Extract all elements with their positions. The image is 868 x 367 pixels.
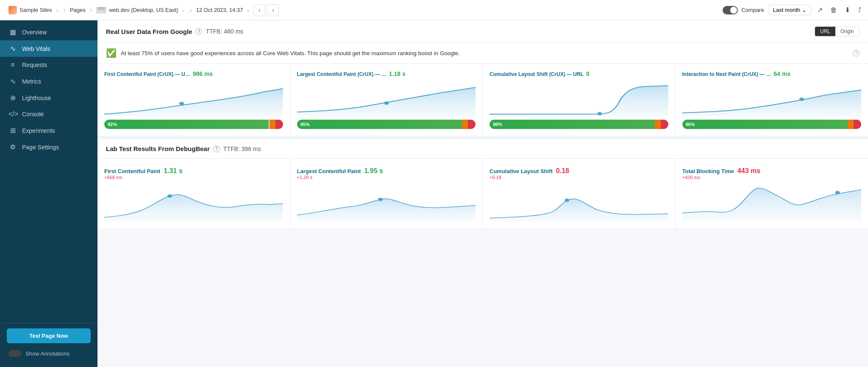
last-month-chevron: ⌄ xyxy=(802,7,807,13)
lab-metric-lcp: Largest Contentful Paint 1.95 s +1.20 s xyxy=(290,159,483,228)
fcp-orange xyxy=(270,120,275,129)
test-page-now-button[interactable]: Test Page Now xyxy=(7,328,91,343)
sidebar-label-requests: Requests xyxy=(22,62,47,68)
lab-cls-main: Cumulative Layout Shift 0.18 xyxy=(490,167,668,175)
lcp-chart xyxy=(297,82,476,116)
site-icon xyxy=(8,6,17,14)
datetime-selector[interactable]: 12 Oct 2023, 14:37 ⌄ xyxy=(193,5,254,15)
fcp-red xyxy=(275,120,283,129)
cls-red xyxy=(661,120,668,129)
lab-metric-tbt: Total Blocking Time 443 ms +420 ms xyxy=(676,159,868,228)
web-vitals-icon: ∿ xyxy=(8,45,17,53)
lab-fcp-title: First Contentful Paint xyxy=(104,168,160,174)
svg-point-0 xyxy=(179,102,184,105)
sep3: › xyxy=(189,6,192,14)
svg-point-1 xyxy=(384,101,389,105)
green-check-icon: ✅ xyxy=(106,48,117,58)
share-button[interactable]: ⤴ xyxy=(856,5,863,16)
banner-text: At least 75% of users have good experien… xyxy=(121,50,460,56)
sidebar-label-page-settings: Page Settings xyxy=(22,144,59,151)
lcp-progress-fill: 95% xyxy=(297,120,467,129)
page-icon xyxy=(96,7,106,14)
nav-forward-button[interactable]: › xyxy=(267,4,279,16)
annotations-toggle[interactable] xyxy=(8,350,21,357)
external-link-button[interactable]: ↗ xyxy=(815,4,824,16)
cls-progress-fill: 98% xyxy=(490,120,665,129)
lab-fcp-value: 1.31 s xyxy=(164,167,182,175)
sidebar-item-metrics[interactable]: ∿ Metrics xyxy=(0,73,97,90)
download-button[interactable]: ⬇ xyxy=(843,4,852,16)
svg-point-2 xyxy=(597,112,602,115)
real-user-metrics-grid: First Contentful Paint (CrUX) — U… 986 m… xyxy=(97,64,868,139)
content-area: Real User Data From Google ? TTFB: 460 m… xyxy=(97,20,868,367)
fcp-progress-label: 92% xyxy=(108,122,117,127)
site-selector[interactable]: Sample Sites ⌄ xyxy=(5,4,63,16)
sidebar-item-overview[interactable]: ▦ Overview xyxy=(0,24,97,40)
show-annotations-row: Show Annotations xyxy=(0,348,97,359)
last-month-button[interactable]: Last month ⌄ xyxy=(768,5,811,15)
pages-label[interactable]: Pages xyxy=(67,5,89,15)
banner-info-icon[interactable]: ? xyxy=(853,50,860,56)
sidebar-item-console[interactable]: </> Console xyxy=(0,106,97,122)
delete-button[interactable]: 🗑 xyxy=(829,5,839,16)
lab-lcp-title: Largest Contentful Paint xyxy=(297,168,361,174)
metrics-icon: ∿ xyxy=(8,77,17,85)
compare-toggle: Compare xyxy=(723,6,764,14)
lcp-progress-bar: 95% xyxy=(297,120,476,129)
site-chevron: ⌄ xyxy=(56,7,59,13)
page-url-selector[interactable]: web.dev (Desktop, US East) ⌄ xyxy=(93,5,189,15)
cls-progress-bar: 98% xyxy=(490,120,668,129)
sidebar-label-experiments: Experiments xyxy=(22,127,55,134)
lab-tbt-value: 443 ms xyxy=(737,167,760,175)
url-button[interactable]: URL xyxy=(815,27,835,36)
inp-title: Interaction to Next Paint (CrUX) — … xyxy=(682,71,771,77)
show-annotations-label: Show Annotations xyxy=(25,350,70,357)
origin-button[interactable]: Origin xyxy=(835,27,859,36)
lcp-title: Largest Contentful Paint (CrUX) — … xyxy=(297,71,387,77)
requests-icon: ≡ xyxy=(8,61,17,69)
green-banner: ✅ At least 75% of users have good experi… xyxy=(97,43,868,64)
overview-icon: ▦ xyxy=(8,28,17,36)
sidebar-item-experiments[interactable]: ⊞ Experiments xyxy=(0,122,97,139)
inp-chart xyxy=(682,82,862,116)
fcp-progress-fill: 92% xyxy=(104,120,269,129)
lab-ttfb: TTFB: 396 ms xyxy=(223,146,261,152)
lab-cls-title: Cumulative Layout Shift xyxy=(490,168,553,174)
sidebar-label-web-vitals: Web Vitals xyxy=(22,45,50,52)
lab-tbt-delta: +420 ms xyxy=(682,175,862,180)
lab-tbt-chart xyxy=(682,183,862,221)
lcp-orange xyxy=(462,120,468,129)
sidebar-label-lighthouse: Lighthouse xyxy=(22,95,51,101)
lab-tbt-title: Total Blocking Time xyxy=(682,168,734,174)
sidebar-item-web-vitals[interactable]: ∿ Web Vitals xyxy=(0,40,97,57)
metric-card-lcp: Largest Contentful Paint (CrUX) — … 1.18… xyxy=(290,64,483,136)
svg-point-3 xyxy=(799,98,804,101)
real-user-title: Real User Data From Google ? TTFB: 460 m… xyxy=(106,28,243,35)
inp-orange xyxy=(848,120,854,129)
fcp-value: 986 ms xyxy=(193,70,213,77)
console-icon: </> xyxy=(8,110,17,118)
sidebar-label-metrics: Metrics xyxy=(22,78,41,85)
real-user-info-icon[interactable]: ? xyxy=(195,28,202,35)
inp-value: 64 ms xyxy=(774,70,791,77)
cls-value: 0 xyxy=(586,70,590,77)
lab-info-icon[interactable]: ? xyxy=(213,146,220,152)
metric-card-cls: Cumulative Layout Shift (CrUX) — URL 0 9… xyxy=(483,64,676,136)
inp-red xyxy=(854,120,861,129)
page-settings-icon: ⚙ xyxy=(8,143,17,151)
lcp-progress-label: 95% xyxy=(300,122,310,127)
sidebar-item-requests[interactable]: ≡ Requests xyxy=(0,57,97,73)
experiments-icon: ⊞ xyxy=(8,126,17,134)
main-layout: ▦ Overview ∿ Web Vitals ≡ Requests ∿ Met… xyxy=(0,20,868,367)
topbar: Sample Sites ⌄ › Pages › web.dev (Deskto… xyxy=(0,0,868,20)
sidebar-item-page-settings[interactable]: ⚙ Page Settings xyxy=(0,139,97,155)
nav-back-button[interactable]: ‹ xyxy=(253,4,265,16)
sep2: › xyxy=(89,6,93,14)
lab-cls-delta: +0.18 xyxy=(490,175,668,180)
sidebar-label-overview: Overview xyxy=(22,29,47,36)
cls-chart xyxy=(490,82,668,116)
sidebar-item-lighthouse[interactable]: ⊕ Lighthouse xyxy=(0,90,97,106)
lab-title: Lab Test Results From DebugBear ? TTFB: … xyxy=(106,145,261,152)
compare-switch[interactable] xyxy=(723,6,738,14)
inp-progress-label: 96% xyxy=(686,122,695,127)
